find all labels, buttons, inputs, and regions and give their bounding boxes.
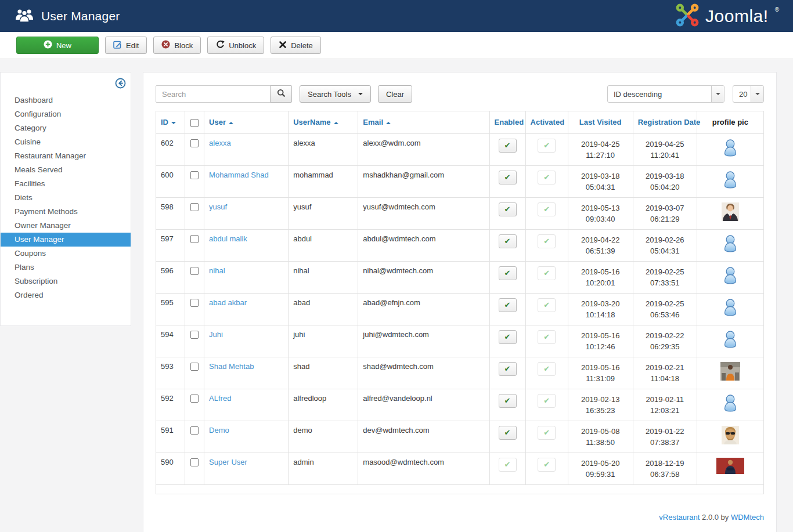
vendor-link[interactable]: WDMtech: [731, 513, 764, 522]
sidebar-item-subscription[interactable]: Subscription: [1, 274, 131, 288]
last-visited-cell: 2019-04-2511:27:10: [568, 133, 633, 165]
sort-by-activated[interactable]: Activated: [531, 118, 565, 126]
activated-toggle-button[interactable]: ✔: [538, 330, 556, 344]
user-edit-link[interactable]: yusuf: [209, 202, 227, 211]
activated-toggle-button[interactable]: ✔: [538, 171, 556, 184]
user-edit-link[interactable]: nihal: [209, 266, 225, 275]
user-edit-link[interactable]: Juhi: [209, 330, 223, 339]
row-checkbox[interactable]: [190, 235, 199, 243]
activated-toggle-button[interactable]: ✔: [538, 202, 556, 216]
product-link[interactable]: vRestaurant: [659, 513, 700, 522]
row-checkbox[interactable]: [190, 426, 199, 435]
block-button[interactable]: Block: [153, 37, 201, 54]
sidebar-item-user-manager[interactable]: User Manager: [1, 233, 131, 247]
enabled-toggle-button[interactable]: ✔: [499, 298, 517, 312]
blue-user-icon: [722, 330, 739, 349]
user-edit-link[interactable]: abad akbar: [209, 298, 247, 307]
check-icon: ✔: [543, 365, 550, 372]
sidebar-item-cuisine[interactable]: Cuisine: [1, 135, 131, 149]
delete-button[interactable]: Delete: [271, 37, 321, 54]
collapse-sidebar-icon[interactable]: [115, 82, 126, 91]
sidebar-item-coupons[interactable]: Coupons: [1, 247, 131, 260]
user-id-cell: 594: [156, 325, 185, 357]
sort-by-user[interactable]: User: [209, 118, 233, 126]
activated-toggle-button[interactable]: ✔: [538, 394, 556, 408]
activated-toggle-button[interactable]: ✔: [538, 298, 556, 312]
search-input[interactable]: [156, 85, 271, 103]
row-checkbox[interactable]: [190, 267, 199, 275]
activated-toggle-button[interactable]: ✔: [538, 426, 556, 440]
last-visited-cell: 2019-02-1316:35:23: [568, 389, 633, 421]
table-footer-row: [156, 484, 764, 494]
enabled-toggle-button[interactable]: ✔: [499, 202, 517, 216]
check-icon: ✔: [543, 237, 550, 245]
clear-button[interactable]: Clear: [378, 85, 412, 103]
row-checkbox[interactable]: [190, 363, 199, 371]
registration-date-cell: 2018-12-1906:37:58: [633, 453, 697, 484]
sidebar-item-meals-served[interactable]: Meals Served: [1, 163, 131, 177]
enabled-toggle-button[interactable]: ✔: [499, 458, 517, 472]
row-checkbox[interactable]: [190, 203, 199, 211]
sidebar-item-payment-methods[interactable]: Payment Methods: [1, 205, 131, 219]
search-icon: [277, 89, 286, 99]
sidebar-item-plans[interactable]: Plans: [1, 260, 131, 274]
user-edit-link[interactable]: Shad Mehtab: [209, 362, 254, 371]
enabled-toggle-button[interactable]: ✔: [499, 139, 517, 153]
sidebar-item-configuration[interactable]: Configuration: [1, 107, 131, 121]
activated-toggle-button[interactable]: ✔: [538, 266, 556, 280]
page-brand: User Manager: [15, 1, 120, 31]
user-edit-link[interactable]: Demo: [209, 426, 229, 435]
sidebar-item-owner-manager[interactable]: Owner Manager: [1, 219, 131, 233]
sidebar-item-diets[interactable]: Diets: [1, 191, 131, 205]
user-id-cell: 593: [156, 357, 185, 389]
row-checkbox[interactable]: [190, 139, 199, 147]
sort-by-registration-date[interactable]: Registration Date: [638, 118, 701, 126]
list-limit-select[interactable]: 20: [733, 85, 764, 103]
email-cell: masood@wdmtech.com: [358, 453, 489, 484]
user-edit-link[interactable]: alexxa: [209, 139, 231, 147]
enabled-toggle-button[interactable]: ✔: [499, 394, 517, 408]
enabled-toggle-button[interactable]: ✔: [499, 266, 517, 280]
last-visited-cell: 2019-03-2010:14:18: [568, 293, 633, 325]
row-checkbox[interactable]: [190, 395, 199, 403]
sidebar-item-dashboard[interactable]: Dashboard: [1, 93, 131, 107]
user-edit-link[interactable]: ALfred: [209, 394, 231, 403]
row-checkbox[interactable]: [190, 171, 199, 179]
row-checkbox[interactable]: [190, 331, 199, 339]
activated-toggle-button[interactable]: ✔: [538, 139, 556, 153]
sort-by-email[interactable]: Email: [363, 118, 391, 126]
sort-order-select[interactable]: ID descending: [607, 85, 724, 103]
activated-toggle-button[interactable]: ✔: [538, 458, 556, 472]
sort-by-enabled[interactable]: Enabled: [495, 118, 524, 126]
unblock-button[interactable]: Unblock: [207, 37, 264, 54]
sidebar-item-facilities[interactable]: Facilities: [1, 177, 131, 191]
enabled-toggle-button[interactable]: ✔: [499, 171, 517, 184]
enabled-toggle-button[interactable]: ✔: [499, 330, 517, 344]
edit-button[interactable]: Edit: [105, 37, 147, 54]
enabled-toggle-button[interactable]: ✔: [499, 234, 517, 248]
username-cell: juhi: [289, 325, 358, 357]
row-checkbox[interactable]: [190, 458, 199, 466]
users-group-icon: [15, 8, 34, 24]
user-edit-link[interactable]: Super User: [209, 458, 247, 466]
user-id-cell: 591: [156, 421, 185, 453]
activated-toggle-button[interactable]: ✔: [538, 234, 556, 248]
search-tools-button[interactable]: Search Tools: [300, 85, 371, 103]
check-icon: ✔: [504, 173, 511, 181]
enabled-toggle-button[interactable]: ✔: [499, 426, 517, 440]
sort-by-username[interactable]: UserName: [293, 118, 338, 126]
enabled-toggle-button[interactable]: ✔: [499, 362, 517, 376]
sort-by-id[interactable]: ID: [161, 118, 176, 126]
user-id-cell: 598: [156, 197, 185, 229]
sidebar-item-category[interactable]: Category: [1, 121, 131, 135]
search-submit-button[interactable]: [270, 85, 292, 103]
new-button[interactable]: New: [16, 37, 99, 54]
activated-toggle-button[interactable]: ✔: [538, 362, 556, 376]
select-all-checkbox[interactable]: [190, 119, 199, 127]
user-edit-link[interactable]: abdul malik: [209, 234, 247, 243]
row-checkbox[interactable]: [190, 299, 199, 307]
sidebar-item-restaurant-manager[interactable]: Restaurant Manager: [1, 149, 131, 163]
sidebar-item-ordered[interactable]: Ordered: [1, 288, 131, 302]
sort-by-last-visited[interactable]: Last Visited: [579, 118, 622, 126]
user-edit-link[interactable]: Mohammad Shad: [209, 171, 269, 179]
